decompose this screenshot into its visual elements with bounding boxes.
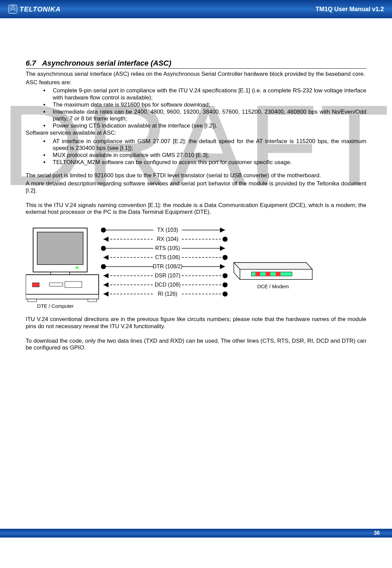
signal-label: DCD (109) [155,282,180,288]
svg-rect-7 [49,283,63,286]
svg-rect-18 [276,272,280,276]
mid-paragraph-3: This is the ITU V.24 signals naming conv… [26,202,366,216]
doc-title: TM1Q User Manual v1.2 [316,6,384,13]
signal-label: CTS (106) [155,254,180,260]
svg-rect-11 [88,299,97,302]
section-number: 6.7 [26,59,36,67]
svg-marker-13 [234,263,312,269]
mid-paragraph-2: A more detailed description regarding so… [26,180,366,194]
service-item: MUX protocol available in compliance wit… [43,152,366,159]
svg-rect-10 [28,299,36,302]
mid-paragraph-1: The serial port is limited to 921600 bps… [26,172,366,179]
feature-item: The maximum data rate is 921600 bps for … [43,101,366,109]
feature-item: Power saving CTS indication available at… [43,122,366,130]
svg-rect-3 [76,267,78,269]
page-header: TELTONIKA TM1Q User Manual v1.2 [0,0,392,18]
signal-label: RX (104) [157,236,178,242]
svg-rect-2 [37,232,83,265]
dte-computer-icon [26,228,99,302]
section-title: Asynchronous serial interface (ASC) [42,59,171,67]
brand-name: TELTONIKA [20,5,61,13]
signal-label: DTR (108/2) [153,264,182,269]
svg-rect-4 [51,272,70,275]
services-intro: Software services available at ASC: [26,130,366,137]
section-heading: 6.7 Asynchronous serial interface (ASC) [26,59,366,69]
dte-label: DTE / Computer [37,303,74,309]
post-paragraph-1: ITU V.24 conventional directions are in … [26,316,366,330]
v24-signals-diagram: DTE / Computer DCE / Modem [26,225,366,310]
signal-label: TX (103) [157,227,178,233]
intro-paragraph-1: The asynchronous serial interface (ASC) … [26,71,366,78]
teltonika-logo-icon [8,4,18,14]
signal-label: RI (126) [158,291,177,297]
intro-paragraph-2: ASC features are: [26,79,366,86]
features-list: Complete 9-pin serial port in compliance… [26,87,366,129]
svg-rect-6 [32,283,39,287]
brand-logo: TELTONIKA [8,4,61,14]
svg-rect-9 [26,294,99,299]
svg-rect-16 [255,272,260,276]
dce-modem-icon [234,263,312,279]
page-number: 36 [374,530,380,536]
signal-label: RTS (105) [155,245,180,251]
post-paragraph-2: To download the code, only the two data … [26,338,366,351]
svg-rect-17 [266,272,270,276]
dce-label: DCE / Modem [257,283,289,289]
service-item: TELTONIKA_M2M software can be configured… [43,159,366,166]
signal-label: DSR (107) [155,273,180,278]
page-content: DRAFT 6.7 Asynchronous serial interface … [0,18,392,351]
services-list: AT interface in compliance with GSM 27.0… [26,138,366,166]
svg-rect-8 [65,281,82,288]
service-item: AT interface in compliance with GSM 27.0… [43,138,366,152]
feature-item: Intermediate data rates can be 2400, 480… [43,109,366,122]
feature-item: Complete 9-pin serial port in compliance… [43,87,366,101]
page-footer: 36 [0,529,392,538]
